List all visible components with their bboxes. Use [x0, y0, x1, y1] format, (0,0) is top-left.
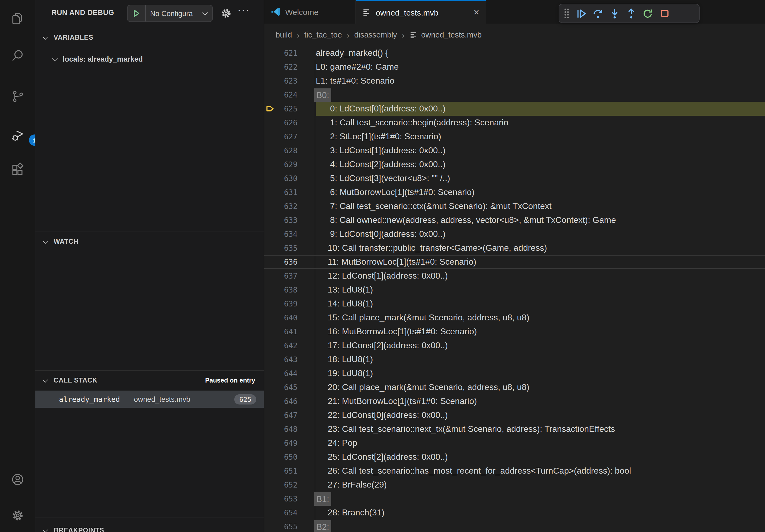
watch-header[interactable]: WATCH: [35, 234, 264, 250]
code-line[interactable]: 625 0: LdConst[0](address: 0x00..): [264, 102, 765, 116]
line-number[interactable]: 625: [264, 102, 298, 116]
line-content[interactable]: 12: LdConst[1](address: 0x00..): [316, 269, 765, 283]
line-gutter[interactable]: 645: [264, 381, 316, 394]
line-number[interactable]: 636: [264, 255, 298, 269]
code-line[interactable]: 633 8: Call owned::new(address, address,…: [264, 213, 765, 227]
code-line[interactable]: 631 6: MutBorrowLoc[1](ts#1#0: Scenario): [264, 185, 765, 199]
line-gutter[interactable]: 631: [264, 185, 316, 199]
code-line[interactable]: 648 23: Call test_scenario::next_tx(&mut…: [264, 422, 765, 436]
line-number[interactable]: 633: [264, 213, 298, 227]
code-line[interactable]: 651 26: Call test_scenario::has_most_rec…: [264, 464, 765, 478]
code-line[interactable]: 630 5: LdConst[3](vector<u8>: "" /..): [264, 171, 765, 185]
line-number[interactable]: 629: [264, 157, 298, 171]
line-gutter[interactable]: 623: [264, 74, 316, 88]
stop-button[interactable]: [656, 5, 673, 21]
close-tab-icon[interactable]: ×: [474, 8, 479, 17]
line-number[interactable]: 637: [264, 269, 298, 283]
line-content[interactable]: 17: LdConst[2](address: 0x00..): [316, 339, 765, 353]
call-stack-header[interactable]: CALL STACK Paused on entry: [35, 372, 264, 389]
line-number[interactable]: 640: [264, 311, 298, 325]
debug-configuration-dropdown[interactable]: No Configura: [127, 5, 213, 22]
step-over-button[interactable]: [590, 5, 606, 21]
line-number[interactable]: 632: [264, 199, 298, 213]
restart-button[interactable]: [640, 5, 656, 21]
line-gutter[interactable]: 627: [264, 130, 316, 143]
line-number[interactable]: 654: [264, 506, 298, 520]
line-content[interactable]: 27: BrFalse(29): [316, 478, 765, 492]
line-gutter[interactable]: 651: [264, 464, 316, 478]
code-line[interactable]: 655 B2:: [264, 520, 765, 532]
line-number[interactable]: 646: [264, 394, 298, 408]
line-content[interactable]: 9: LdConst[0](address: 0x00..): [316, 227, 765, 241]
code-line[interactable]: 646 21: MutBorrowLoc[1](ts#1#0: Scenario…: [264, 394, 765, 408]
line-content[interactable]: 26: Call test_scenario::has_most_recent_…: [316, 464, 765, 478]
tab-owned-tests[interactable]: owned_tests.mvb ×: [356, 0, 486, 24]
line-content[interactable]: 5: LdConst[3](vector<u8>: "" /..): [316, 171, 765, 185]
code-line[interactable]: 643 18: LdU8(1): [264, 353, 765, 367]
line-content[interactable]: B2:: [316, 520, 765, 532]
line-gutter[interactable]: 641: [264, 325, 316, 339]
line-content[interactable]: 18: LdU8(1): [316, 353, 765, 367]
line-content[interactable]: B1:: [316, 492, 765, 506]
code-line[interactable]: 627 2: StLoc[1](ts#1#0: Scenario): [264, 130, 765, 143]
code-line[interactable]: 642 17: LdConst[2](address: 0x00..): [264, 339, 765, 353]
locals-tree-item[interactable]: locals: already_marked: [35, 51, 264, 67]
line-number[interactable]: 630: [264, 171, 298, 185]
code-line[interactable]: 628 3: LdConst[1](address: 0x00..): [264, 143, 765, 157]
line-gutter[interactable]: 652: [264, 478, 316, 492]
toolbar-drag-grip[interactable]: [564, 9, 569, 18]
breadcrumb-item[interactable]: owned_tests.mvb: [421, 31, 482, 39]
line-content[interactable]: 16: MutBorrowLoc[1](ts#1#0: Scenario): [316, 325, 765, 339]
line-content[interactable]: 21: MutBorrowLoc[1](ts#1#0: Scenario): [316, 394, 765, 408]
continue-button[interactable]: [573, 5, 590, 21]
code-line[interactable]: 644 19: LdU8(1): [264, 367, 765, 381]
explorer-icon[interactable]: [11, 12, 25, 26]
line-content[interactable]: 22: LdConst[0](address: 0x00..): [316, 408, 765, 422]
line-gutter[interactable]: 642: [264, 339, 316, 353]
line-gutter[interactable]: 637: [264, 269, 316, 283]
line-number[interactable]: 648: [264, 422, 298, 436]
breakpoints-header[interactable]: BREAKPOINTS: [35, 522, 264, 532]
line-content[interactable]: 1: Call test_scenario::begin(address): S…: [316, 116, 765, 130]
line-number[interactable]: 624: [264, 88, 298, 102]
code-line[interactable]: 638 13: LdU8(1): [264, 283, 765, 297]
code-line[interactable]: 640 15: Call place_mark(&mut Scenario, a…: [264, 311, 765, 325]
line-content[interactable]: 23: Call test_scenario::next_tx(&mut Sce…: [316, 422, 765, 436]
tab-welcome[interactable]: Welcome: [264, 0, 356, 24]
code-line[interactable]: 650 25: LdConst[2](address: 0x00..): [264, 450, 765, 464]
line-gutter[interactable]: 626: [264, 116, 316, 130]
line-number[interactable]: 638: [264, 283, 298, 297]
line-content[interactable]: 8: Call owned::new(address, address, vec…: [316, 213, 765, 227]
line-content[interactable]: 19: LdU8(1): [316, 367, 765, 381]
line-number[interactable]: 653: [264, 492, 298, 506]
line-number[interactable]: 623: [264, 74, 298, 88]
line-content[interactable]: 3: LdConst[1](address: 0x00..): [316, 143, 765, 157]
line-number[interactable]: 621: [264, 46, 298, 60]
source-control-icon[interactable]: [11, 90, 25, 104]
step-into-button[interactable]: [606, 5, 623, 21]
line-gutter[interactable]: 643: [264, 353, 316, 367]
start-debug-icon[interactable]: [128, 5, 146, 21]
stack-frame-row[interactable]: already_marked owned_tests.mvb 625: [35, 391, 264, 408]
code-line[interactable]: 652 27: BrFalse(29): [264, 478, 765, 492]
line-content[interactable]: 0: LdConst[0](address: 0x00..): [316, 102, 765, 116]
line-gutter[interactable]: 633: [264, 213, 316, 227]
code-line[interactable]: 654 28: Branch(31): [264, 506, 765, 520]
line-content[interactable]: 13: LdU8(1): [316, 283, 765, 297]
line-number[interactable]: 649: [264, 436, 298, 450]
line-gutter[interactable]: 647: [264, 408, 316, 422]
line-gutter[interactable]: 653: [264, 492, 316, 506]
line-gutter[interactable]: 632: [264, 199, 316, 213]
search-icon[interactable]: [11, 49, 25, 63]
line-number[interactable]: 641: [264, 325, 298, 339]
code-line[interactable]: 632 7: Call test_scenario::ctx(&mut Scen…: [264, 199, 765, 213]
line-gutter[interactable]: 634: [264, 227, 316, 241]
line-number[interactable]: 639: [264, 297, 298, 311]
breadcrumb-item[interactable]: tic_tac_toe: [304, 31, 342, 39]
line-gutter[interactable]: 644: [264, 367, 316, 381]
line-gutter[interactable]: 635: [264, 241, 316, 255]
line-content[interactable]: 6: MutBorrowLoc[1](ts#1#0: Scenario): [316, 185, 765, 199]
line-number[interactable]: 626: [264, 116, 298, 130]
code-line[interactable]: 639 14: LdU8(1): [264, 297, 765, 311]
code-line[interactable]: 624 B0:: [264, 88, 765, 102]
